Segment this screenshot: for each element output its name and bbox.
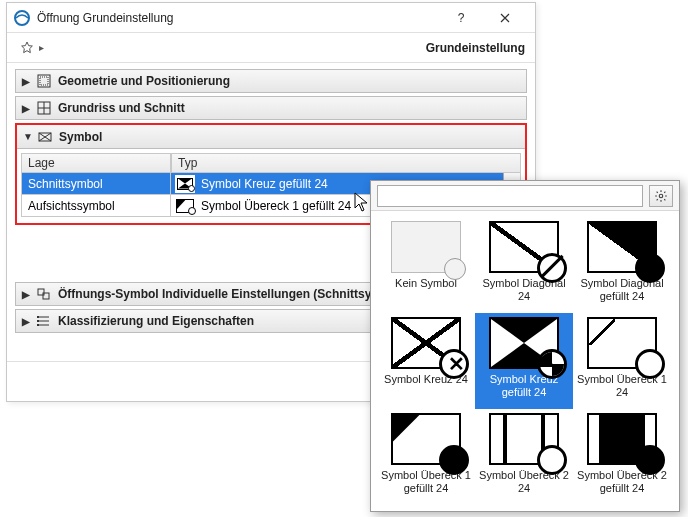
default-label: Grundeinstellung (426, 41, 525, 55)
titlebar: Öffnung Grundeinstellung ? (7, 3, 535, 33)
tile-kreuz[interactable]: Symbol Kreuz 24 (377, 313, 475, 409)
app-icon (13, 9, 31, 27)
section-plan[interactable]: ▶ Grundriss und Schnitt (15, 96, 527, 120)
kein-symbol-icon (391, 221, 461, 273)
symbol-section-icon (35, 130, 55, 144)
custom-settings-icon (34, 287, 54, 301)
close-button[interactable] (483, 4, 527, 32)
section-symbol[interactable]: ▼ Symbol (17, 125, 525, 149)
section-label: Geometrie und Positionierung (58, 74, 230, 88)
section-label: Klassifizierung und Eigenschaften (58, 314, 254, 328)
symbol-picker-popup: Kein Symbol Symbol Diagonal 24 Symbol Di… (370, 180, 680, 512)
section-label: Grundriss und Schnitt (58, 101, 185, 115)
ubereck2-gefuellt-icon (587, 413, 657, 465)
section-geometry[interactable]: ▶ Geometrie und Positionierung (15, 69, 527, 93)
geometry-icon (34, 74, 54, 88)
favorites-bar: ▸ Grundeinstellung (7, 33, 535, 63)
diagonal-icon (489, 221, 559, 273)
tile-kein-symbol[interactable]: Kein Symbol (377, 217, 475, 313)
col-typ[interactable]: Typ (171, 153, 521, 173)
help-button[interactable]: ? (439, 4, 483, 32)
plan-icon (34, 101, 54, 115)
window-title: Öffnung Grundeinstellung (37, 11, 439, 25)
tile-kreuz-gefuellt[interactable]: Symbol Kreuz gefüllt 24 (475, 313, 573, 409)
cell-typ-text: Symbol Übereck 1 gefüllt 24 (201, 199, 351, 213)
tile-ubereck1-gefuellt[interactable]: Symbol Übereck 1 gefüllt 24 (377, 409, 475, 505)
tile-ubereck2-gefuellt[interactable]: Symbol Übereck 2 gefüllt 24 (573, 409, 671, 505)
tile-diagonal[interactable]: Symbol Diagonal 24 (475, 217, 573, 313)
favorite-star-icon[interactable] (17, 38, 37, 58)
search-input[interactable] (377, 185, 643, 207)
kreuz-gefuellt-icon (489, 317, 559, 369)
tile-diagonal-gefuellt[interactable]: Symbol Diagonal gefüllt 24 (573, 217, 671, 313)
section-label: Symbol (59, 130, 102, 144)
collapse-icon: ▶ (22, 316, 34, 327)
col-lage[interactable]: Lage (21, 153, 171, 173)
classification-icon (34, 314, 54, 328)
symbol-ubereck-gefuellt-icon (175, 197, 195, 215)
svg-rect-7 (37, 316, 39, 318)
tile-ubereck2[interactable]: Symbol Übereck 2 24 (475, 409, 573, 505)
svg-rect-2 (40, 77, 48, 85)
svg-point-0 (15, 11, 29, 25)
section-label: Öffnungs-Symbol Individuelle Einstellung… (58, 287, 404, 301)
svg-rect-9 (37, 324, 39, 326)
collapse-icon: ▶ (22, 103, 34, 114)
diagonal-gefuellt-icon (587, 221, 657, 273)
collapse-icon: ▶ (22, 289, 34, 300)
cell-lage: Schnittsymbol (21, 173, 171, 195)
settings-gear-button[interactable] (649, 185, 673, 207)
svg-point-10 (659, 194, 663, 198)
symbol-palette: Kein Symbol Symbol Diagonal 24 Symbol Di… (371, 211, 679, 511)
popup-toolbar (371, 181, 679, 211)
cell-lage: Aufsichtssymbol (21, 195, 171, 217)
svg-rect-8 (37, 320, 39, 322)
expand-icon: ▼ (23, 131, 35, 142)
ubereck1-icon (587, 317, 657, 369)
ubereck1-gefuellt-icon (391, 413, 461, 465)
kreuz-icon (391, 317, 461, 369)
collapse-icon: ▶ (22, 76, 34, 87)
cell-typ-text: Symbol Kreuz gefüllt 24 (201, 177, 328, 191)
symbol-kreuz-gefuellt-icon (175, 175, 195, 193)
favorites-dropdown-icon[interactable]: ▸ (39, 42, 44, 53)
tile-ubereck1[interactable]: Symbol Übereck 1 24 (573, 313, 671, 409)
tile-label: Kein Symbol (395, 277, 457, 290)
ubereck2-icon (489, 413, 559, 465)
